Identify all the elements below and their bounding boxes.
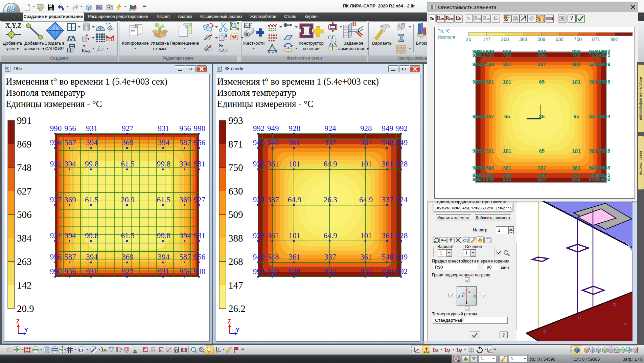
svg-text:931: 931 xyxy=(194,231,206,240)
svg-text:394: 394 xyxy=(158,253,170,261)
svg-text:L: L xyxy=(217,347,220,351)
svg-text:990: 990 xyxy=(194,124,206,133)
svg-text:928: 928 xyxy=(602,79,610,85)
svg-text:924: 924 xyxy=(537,176,546,182)
svg-text:61.5: 61.5 xyxy=(157,196,170,204)
svg-text:361: 361 xyxy=(572,165,580,171)
svg-text:61.5: 61.5 xyxy=(121,160,134,168)
svg-text:64.9: 64.9 xyxy=(323,160,337,168)
svg-text:927: 927 xyxy=(122,267,134,276)
svg-text:361: 361 xyxy=(486,148,494,154)
svg-text:931: 931 xyxy=(158,124,170,133)
svg-text:709: 709 xyxy=(503,52,511,58)
svg-text:928: 928 xyxy=(396,160,408,168)
svg-text:394: 394 xyxy=(179,231,191,240)
svg-text:№: № xyxy=(219,43,223,48)
svg-text:548: 548 xyxy=(589,165,597,171)
svg-text:931: 931 xyxy=(50,231,62,240)
svg-text:992: 992 xyxy=(253,124,265,133)
svg-text:949: 949 xyxy=(253,138,265,147)
svg-text:949: 949 xyxy=(382,267,393,276)
svg-text:26: 26 xyxy=(466,37,471,42)
svg-text:361: 361 xyxy=(289,138,301,147)
svg-text:101: 101 xyxy=(572,148,580,154)
svg-text:992: 992 xyxy=(602,176,610,182)
svg-text:337: 337 xyxy=(589,113,597,119)
svg-text:990: 990 xyxy=(50,124,62,133)
svg-text:4: 4 xyxy=(474,294,476,299)
svg-text:931: 931 xyxy=(86,124,98,133)
svg-text:927: 927 xyxy=(194,196,206,204)
svg-text:394: 394 xyxy=(64,231,76,240)
svg-text:361: 361 xyxy=(360,253,372,261)
svg-text:f(x,y): f(x,y) xyxy=(82,48,91,53)
svg-text:795: 795 xyxy=(486,52,494,58)
svg-text:6: 6 xyxy=(539,18,541,22)
svg-text:956: 956 xyxy=(50,138,62,147)
svg-text:EF: EF xyxy=(79,348,84,353)
svg-text:№: № xyxy=(457,359,460,363)
svg-text:20.9: 20.9 xyxy=(17,303,34,314)
svg-text:750: 750 xyxy=(574,37,582,42)
svg-text:99.8: 99.8 xyxy=(157,160,170,168)
svg-text:956: 956 xyxy=(179,124,191,133)
svg-text:587: 587 xyxy=(64,138,76,147)
svg-text:627: 627 xyxy=(17,186,32,197)
svg-text:394: 394 xyxy=(86,138,98,147)
svg-text:64.9: 64.9 xyxy=(359,196,373,204)
svg-text:927: 927 xyxy=(50,196,62,204)
svg-text:T: T xyxy=(504,16,506,20)
svg-text:709: 709 xyxy=(477,79,485,85)
svg-text:927: 927 xyxy=(122,124,134,133)
svg-text:263: 263 xyxy=(17,256,32,267)
svg-text:20.9: 20.9 xyxy=(121,196,134,204)
svg-text:795: 795 xyxy=(589,52,597,58)
svg-text:142: 142 xyxy=(17,280,32,291)
svg-text:975: 975 xyxy=(477,176,485,182)
svg-text:548: 548 xyxy=(267,253,279,261)
svg-text:956: 956 xyxy=(194,253,206,261)
svg-text:709: 709 xyxy=(477,148,485,154)
svg-text:992: 992 xyxy=(396,267,408,276)
svg-text:1,2...: 1,2... xyxy=(219,48,227,52)
svg-text:949: 949 xyxy=(602,165,610,171)
svg-text:548: 548 xyxy=(267,138,279,147)
svg-text:949: 949 xyxy=(253,253,265,261)
svg-text:949: 949 xyxy=(396,253,408,261)
svg-text:992: 992 xyxy=(610,37,618,42)
svg-text:949: 949 xyxy=(589,176,597,182)
svg-text:956: 956 xyxy=(64,124,76,133)
svg-text:337: 337 xyxy=(486,113,494,119)
svg-text:...: ... xyxy=(472,335,474,338)
svg-text:361: 361 xyxy=(382,231,393,240)
svg-text:949: 949 xyxy=(396,138,408,147)
svg-text:369: 369 xyxy=(122,253,134,261)
svg-text:Z: Z xyxy=(16,319,20,324)
svg-text:956: 956 xyxy=(50,253,62,261)
svg-text:337: 337 xyxy=(324,138,336,147)
svg-text:361: 361 xyxy=(589,148,597,154)
svg-text:101: 101 xyxy=(503,148,511,154)
svg-text:949: 949 xyxy=(602,61,610,67)
svg-text:548: 548 xyxy=(486,61,494,67)
svg-text:99.8: 99.8 xyxy=(157,231,170,240)
svg-text:698: 698 xyxy=(477,113,485,119)
svg-text:928: 928 xyxy=(360,267,372,276)
svg-text:394: 394 xyxy=(158,138,170,147)
svg-text:871: 871 xyxy=(592,37,600,42)
svg-text:949: 949 xyxy=(267,267,279,276)
svg-text:388: 388 xyxy=(519,37,527,42)
svg-text:928: 928 xyxy=(572,176,580,182)
svg-text:65: 65 xyxy=(574,113,579,119)
svg-text:101: 101 xyxy=(503,79,511,85)
svg-text:990: 990 xyxy=(50,267,62,276)
svg-text:949: 949 xyxy=(382,124,393,133)
svg-text:548: 548 xyxy=(486,165,494,171)
svg-text:61.5: 61.5 xyxy=(121,231,134,240)
svg-text:905: 905 xyxy=(477,52,485,58)
svg-text:Z: Z xyxy=(228,319,231,324)
svg-text:394: 394 xyxy=(179,160,191,168)
svg-text:990: 990 xyxy=(194,267,206,276)
svg-text:99.8: 99.8 xyxy=(85,231,98,240)
svg-text:1: 1 xyxy=(465,300,468,305)
